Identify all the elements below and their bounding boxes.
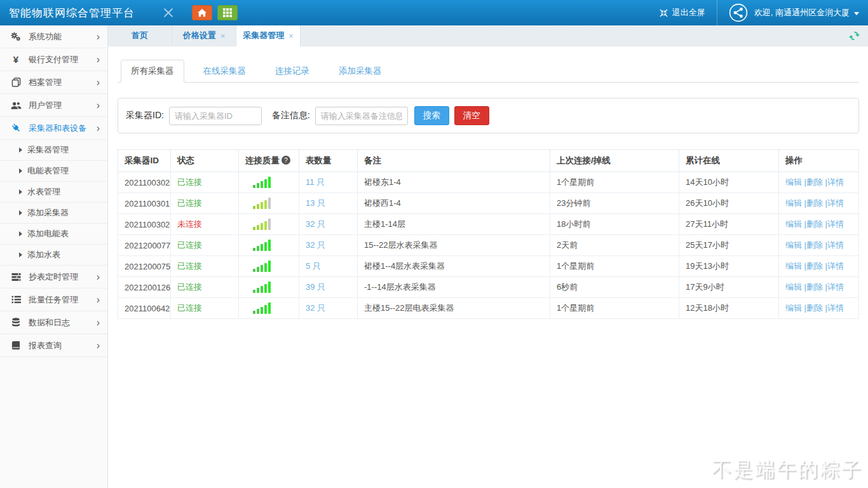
delete-link[interactable]: 删除 xyxy=(806,219,823,229)
edit-link[interactable]: 编辑 xyxy=(785,303,802,313)
refresh-button[interactable] xyxy=(849,30,860,41)
actions-cell: 编辑 |删除 |详情 xyxy=(779,172,859,193)
sidebar-subitem[interactable]: 添加水表 xyxy=(0,245,107,266)
edit-link[interactable]: 编辑 xyxy=(785,240,802,250)
welcome-text[interactable]: 欢迎, 南通通州区金润大厦 xyxy=(754,7,850,18)
delete-link[interactable]: 删除 xyxy=(806,261,823,271)
tab-close-icon[interactable]: × xyxy=(288,31,294,41)
sidebar-item-label: 采集器和表设备 xyxy=(29,123,86,134)
edit-link[interactable]: 编辑 xyxy=(785,177,802,187)
triangle-right-icon xyxy=(19,189,22,194)
collector-id-input[interactable] xyxy=(169,107,262,125)
sidebar-subitem[interactable]: 添加电能表 xyxy=(0,224,107,245)
detail-link[interactable]: 详情 xyxy=(827,303,844,313)
collector-id-cell: 20211003017 xyxy=(118,193,171,214)
clear-button[interactable]: 清空 xyxy=(454,106,489,125)
subtab[interactable]: 在线采集器 xyxy=(193,60,257,83)
actions-cell: 编辑 |删除 |详情 xyxy=(779,277,859,298)
subtab-label: 添加采集器 xyxy=(339,66,382,76)
meter-count-link[interactable]: 13 只 xyxy=(306,198,325,208)
sidebar-item[interactable]: 报表查询 › xyxy=(0,334,107,357)
home-button[interactable] xyxy=(192,5,212,20)
actions-cell: 编辑 |删除 |详情 xyxy=(779,256,859,277)
meter-count-link[interactable]: 39 只 xyxy=(306,282,325,292)
tab-label: 采集器管理 xyxy=(243,30,284,41)
status-text: 已连接 xyxy=(177,303,202,313)
status-text: 已连接 xyxy=(177,198,202,208)
sidebar-subitem[interactable]: 电能表管理 xyxy=(0,161,107,182)
content: 所有采集器 在线采集器 连接记录 添加采集器 采集器ID: 备注信息: 搜索 清… xyxy=(108,46,868,488)
separator: | xyxy=(823,219,827,229)
delete-link[interactable]: 删除 xyxy=(806,303,823,313)
avatar[interactable] xyxy=(729,3,748,22)
delete-link[interactable]: 删除 xyxy=(806,282,823,292)
chevron-right-icon: › xyxy=(97,78,100,88)
exit-fullscreen-button[interactable]: 退出全屏 xyxy=(660,7,705,18)
sidebar-item[interactable]: ¥ 银行支付管理 › xyxy=(0,48,107,71)
separator: | xyxy=(802,177,806,187)
help-icon[interactable]: ? xyxy=(281,156,290,165)
apps-grid-button[interactable] xyxy=(217,5,238,20)
separator: | xyxy=(823,240,827,250)
sidebar-item[interactable]: 用户管理 › xyxy=(0,94,107,117)
note-cell: 15--22层水表采集器 xyxy=(358,235,550,256)
tab[interactable]: 采集器管理 × xyxy=(236,25,301,46)
sidebar-collapse-icon[interactable] xyxy=(163,7,174,18)
table-row: 20211003017 已连接 13 只 裙楼西1-4 23分钟前 26天10小… xyxy=(118,193,859,214)
meter-count-link[interactable]: 32 只 xyxy=(306,240,325,250)
edit-link[interactable]: 编辑 xyxy=(785,219,802,229)
subtab[interactable]: 连接记录 xyxy=(265,60,320,83)
sidebar-subitem[interactable]: 采集器管理 xyxy=(0,140,107,161)
meter-count-link[interactable]: 11 只 xyxy=(306,177,325,187)
meter-count-link[interactable]: 5 只 xyxy=(306,261,321,271)
sidebar-item[interactable]: 采集器和表设备 › xyxy=(0,117,107,140)
collector-id-cell: 20212000778 xyxy=(118,235,171,256)
detail-link[interactable]: 详情 xyxy=(827,282,844,292)
sidebar: 系统功能 › ¥ 银行支付管理 › 档案管理 › 用户管理 › 采集器和表设备 … xyxy=(0,25,108,488)
table-row: 20212000754 已连接 5 只 裙楼1--4层水表采集器 1个星期前 1… xyxy=(118,256,859,277)
meter-count-link[interactable]: 32 只 xyxy=(306,303,325,313)
status-text: 已连接 xyxy=(177,282,202,292)
delete-link[interactable]: 删除 xyxy=(806,177,823,187)
collector-id-cell: 20211003028 xyxy=(118,172,171,193)
separator: | xyxy=(823,303,827,313)
collector-id-cell: 20212000754 xyxy=(118,256,171,277)
tab-close-icon[interactable]: × xyxy=(220,31,226,41)
sidebar-subitem[interactable]: 水表管理 xyxy=(0,182,107,203)
tab[interactable]: 价格设置 × xyxy=(172,25,236,46)
sidebar-item[interactable]: 系统功能 › xyxy=(0,25,107,48)
note-input[interactable] xyxy=(315,107,408,125)
sidebar-subitem[interactable]: 添加采集器 xyxy=(0,203,107,224)
sidebar-item[interactable]: 档案管理 › xyxy=(0,71,107,94)
edit-link[interactable]: 编辑 xyxy=(785,198,802,208)
separator: | xyxy=(802,219,806,229)
subtab[interactable]: 添加采集器 xyxy=(329,60,392,83)
detail-link[interactable]: 详情 xyxy=(827,219,844,229)
meter-count-link[interactable]: 32 只 xyxy=(306,219,325,229)
delete-link[interactable]: 删除 xyxy=(806,240,823,250)
status-text: 已连接 xyxy=(177,177,202,187)
subtab[interactable]: 所有采集器 xyxy=(121,60,184,83)
edit-link[interactable]: 编辑 xyxy=(785,282,802,292)
table-header-row: 采集器ID状态连接质量?表数量备注上次连接/掉线累计在线操作 xyxy=(118,150,859,172)
gears-icon xyxy=(10,32,22,41)
subtabs: 所有采集器 在线采集器 连接记录 添加采集器 xyxy=(118,60,859,83)
sidebar-subitem-label: 添加水表 xyxy=(27,249,60,261)
edit-link[interactable]: 编辑 xyxy=(785,261,802,271)
sidebar-subitem-label: 采集器管理 xyxy=(27,144,69,156)
detail-link[interactable]: 详情 xyxy=(827,240,844,250)
search-button[interactable]: 搜索 xyxy=(414,106,449,125)
sidebar-subitem-label: 添加采集器 xyxy=(27,207,69,219)
delete-link[interactable]: 删除 xyxy=(806,198,823,208)
tab[interactable]: 首页 xyxy=(108,25,172,46)
column-header: 状态 xyxy=(171,150,239,172)
detail-link[interactable]: 详情 xyxy=(827,198,844,208)
detail-link[interactable]: 详情 xyxy=(827,261,844,271)
sidebar-item[interactable]: 抄表定时管理 › xyxy=(0,266,107,288)
sidebar-item[interactable]: 数据和日志 › xyxy=(0,311,107,334)
database-icon xyxy=(10,318,22,327)
search-panel: 采集器ID: 备注信息: 搜索 清空 xyxy=(118,98,859,133)
detail-link[interactable]: 详情 xyxy=(827,177,844,187)
sidebar-item[interactable]: 批量任务管理 › xyxy=(0,288,107,311)
last-connect-cell: 1个星期前 xyxy=(550,256,679,277)
